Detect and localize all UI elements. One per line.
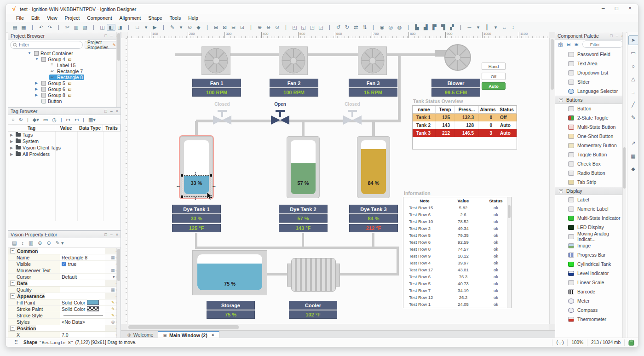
- project-tree-row[interactable]: ▶ Group 8: [8, 92, 121, 98]
- pipe-drop-tank3[interactable]: [372, 121, 375, 137]
- storage-value[interactable]: 75 %: [207, 310, 255, 319]
- tag-toolbar-button[interactable]: ▭: [43, 117, 48, 123]
- property-toolbar-button[interactable]: ✎ ▾: [56, 240, 64, 246]
- auto-button[interactable]: Auto: [482, 82, 506, 90]
- tag-toolbar-button[interactable]: ▦▾: [88, 117, 96, 123]
- toolbar-button[interactable]: ↔: [500, 24, 509, 30]
- minimize-icon[interactable]: –: [110, 232, 113, 237]
- property-toolbar-button[interactable]: ↕: [21, 240, 24, 246]
- dye-tank-3-nameplate[interactable]: Dye Tank 3: [349, 205, 398, 213]
- tree-expand-icon[interactable]: ▶: [35, 81, 40, 85]
- project-tree-row[interactable]: ▼ Group 4: [8, 56, 121, 62]
- pipe-out-tank2[interactable]: [302, 233, 304, 248]
- dye-tank-2-temp[interactable]: 143 °F: [279, 224, 328, 232]
- tag-tree-row[interactable]: ▶ System: [8, 138, 121, 144]
- palette-item[interactable]: Buttons: [555, 96, 622, 104]
- information-row[interactable]: Test Row 15 5.82 ok: [403, 204, 511, 211]
- fan-2-graphic[interactable]: [279, 46, 308, 75]
- float-icon[interactable]: □: [610, 34, 612, 38]
- project-tree-row[interactable]: ▶ Group 6: [8, 86, 121, 92]
- design-surface[interactable]: Fan 1 100 RPM Fan 2 100 RPM Fan 3 15 RPM…: [127, 38, 549, 324]
- property-toolbar-button[interactable]: ▥: [29, 240, 33, 246]
- tank-status-row[interactable]: Tank 3 212 146.5 3 Auto: [413, 129, 517, 137]
- minimize-icon[interactable]: –: [616, 34, 618, 38]
- tree-expand-icon[interactable]: ▼: [28, 51, 33, 55]
- shape-tool-button[interactable]: ▦: [628, 151, 638, 161]
- toolbar-button[interactable]: ▾: [491, 24, 500, 30]
- toolbar-button[interactable]: ◍: [395, 24, 404, 30]
- property-row[interactable]: Stroke Style ✓: [8, 312, 121, 319]
- palette-item[interactable]: Momentary Button: [555, 141, 622, 150]
- tag-toolbar-button[interactable]: ↤: [75, 117, 79, 123]
- minimize-icon[interactable]: –: [110, 109, 113, 114]
- toolbar-button[interactable]: ◳: [308, 24, 316, 30]
- pipe-bottom-run[interactable]: [195, 247, 399, 249]
- tag-tree-row[interactable]: ▶ Vision Client Tags: [8, 144, 121, 151]
- palette-item[interactable]: Image: [555, 241, 622, 250]
- column-header[interactable]: Traits: [103, 125, 121, 131]
- property-row[interactable]: Position ✓: [8, 325, 121, 332]
- dye-tank-3-graphic[interactable]: 84 %: [357, 136, 390, 198]
- toolbar-button[interactable]: |: [89, 24, 98, 30]
- dye-tank-2-nameplate[interactable]: Dye Tank 2: [279, 205, 328, 213]
- toolbar-button[interactable]: ⊙: [185, 24, 194, 30]
- toolbar-button[interactable]: ▥: [72, 24, 80, 30]
- toolbar-button[interactable]: ◧: [107, 24, 115, 31]
- property-value[interactable]: Default: [62, 274, 77, 280]
- palette-item[interactable]: Tab Strip: [555, 178, 622, 187]
- palette-item[interactable]: Toggle Button: [555, 150, 622, 159]
- property-row[interactable]: Common ✓: [8, 248, 121, 254]
- property-row[interactable]: Visible ✓ true: [8, 261, 121, 267]
- palette-item[interactable]: Text Area: [555, 59, 622, 68]
- toolbar-button[interactable]: ⇅: [360, 24, 369, 30]
- valve-3-state-label[interactable]: Closed: [336, 102, 368, 107]
- pipe-out-tank3[interactable]: [372, 233, 374, 248]
- color-swatch[interactable]: [87, 300, 99, 305]
- toolbar-button[interactable]: ◆: [194, 24, 203, 30]
- toolbar-button[interactable]: |: [54, 24, 63, 30]
- palette-item[interactable]: Label: [555, 195, 622, 204]
- close-icon[interactable]: ×: [116, 109, 118, 114]
- menu-item[interactable]: Edit: [28, 14, 43, 22]
- palette-item[interactable]: Display: [555, 187, 622, 195]
- tag-toolbar-button[interactable]: ◆▾: [33, 117, 39, 123]
- toolbar-button[interactable]: |: [203, 24, 212, 30]
- palette-item[interactable]: 2-State Toggle: [555, 113, 622, 122]
- property-value[interactable]: Solid Color: [62, 300, 85, 305]
- pipe-riser-cooler[interactable]: [397, 247, 399, 275]
- property-row[interactable]: X ✓ 7.0: [8, 332, 121, 338]
- toolbar-button[interactable]: ↻: [343, 24, 351, 30]
- palette-item[interactable]: Language Selector: [555, 86, 622, 96]
- project-properties-button[interactable]: Project Properties✎: [85, 41, 119, 49]
- toolbar-button[interactable]: ✂: [63, 24, 72, 30]
- minimize-button[interactable]: –: [602, 5, 605, 11]
- cooler-right-cap[interactable]: [335, 264, 340, 287]
- shape-tool-button[interactable]: ➤: [628, 35, 638, 45]
- fan-1-nameplate[interactable]: Fan 1: [192, 79, 241, 87]
- palette-item[interactable]: Dropdown List: [555, 68, 622, 77]
- toolbar-button[interactable]: |: [247, 24, 255, 30]
- information-row[interactable]: Test Row 17 43.81 ok: [403, 266, 511, 273]
- toolbar-button[interactable]: ↺: [334, 24, 343, 30]
- toolbar-button[interactable]: |: [124, 24, 133, 30]
- palette-item[interactable]: Barcode: [555, 287, 622, 296]
- tag-toolbar-button[interactable]: ○: [12, 117, 15, 122]
- resize-arrow-icon[interactable]: ↕: [194, 195, 197, 200]
- dye-tank-2-graphic[interactable]: 57 %: [287, 136, 320, 198]
- project-tree-row[interactable]: Button: [8, 98, 121, 104]
- property-toolbar-button[interactable]: ⊕: [38, 240, 42, 246]
- project-tree-row[interactable]: Label 15: [8, 62, 121, 68]
- property-row[interactable]: Appearance ✓: [8, 293, 121, 299]
- property-value[interactable]: Solid Color: [62, 306, 85, 312]
- property-row[interactable]: Cursor ✓ Default: [8, 274, 121, 280]
- palette-item[interactable]: Level Indicator: [555, 269, 622, 278]
- tank-status-row[interactable]: Tank 1 125 132.3 0 Off: [413, 114, 517, 121]
- toolbar-button[interactable]: ▾: [177, 24, 185, 30]
- property-row[interactable]: Styles ✓ <No Data>: [8, 319, 121, 325]
- dye-tank-3-level[interactable]: 84 %: [349, 214, 398, 223]
- information-row[interactable]: Test Row 5 79.35 ok: [403, 232, 511, 239]
- palette-item[interactable]: Button: [555, 104, 622, 113]
- shape-tool-button[interactable]: [628, 126, 638, 135]
- fan-1-value[interactable]: 100 RPM: [192, 88, 241, 97]
- blower-nameplate[interactable]: Blower: [431, 79, 480, 87]
